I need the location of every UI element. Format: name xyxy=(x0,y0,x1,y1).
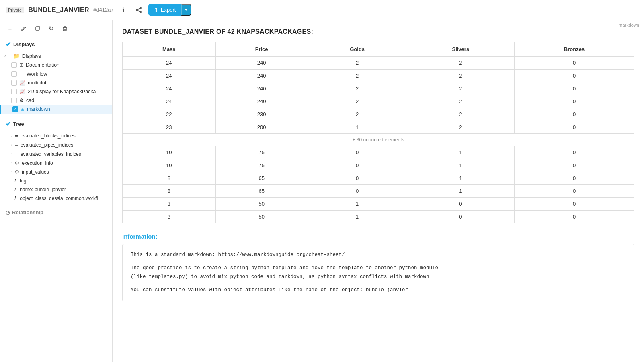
documentation-item[interactable]: ⊞ Documentation xyxy=(0,61,112,70)
svg-rect-6 xyxy=(63,27,66,31)
tree-evaluated-pipes[interactable]: › ≡ evaluated_pipes_indices xyxy=(0,140,112,149)
table-row: 350100 xyxy=(123,211,634,223)
workflow-icon: ⛶ xyxy=(19,71,24,77)
table-row: 865010 xyxy=(123,185,634,198)
add-button[interactable]: + xyxy=(5,23,15,34)
cad-icon: ⚙ xyxy=(19,98,24,103)
col-silvers: Silvers xyxy=(407,42,514,57)
execution-info-arrow[interactable]: › xyxy=(11,161,12,166)
table-row: 350100 xyxy=(123,198,634,211)
col-price: Price xyxy=(215,42,308,57)
tree-object-class[interactable]: I object_class: dessia_common.workfl xyxy=(0,194,112,203)
tree-evaluated-variables[interactable]: › ≡ evaluated_variables_indices xyxy=(0,149,112,159)
cad-checkbox[interactable] xyxy=(11,98,17,103)
table-row: 24240220 xyxy=(123,57,634,70)
evaluated-variables-arrow[interactable]: › xyxy=(11,152,12,156)
displays-section-header[interactable]: ✔ Displays xyxy=(0,37,112,51)
table-row: 24240220 xyxy=(123,95,634,108)
doc-icon: ⊞ xyxy=(19,62,23,68)
displays-folder-item[interactable]: ∨ − 📁 Displays xyxy=(0,51,112,61)
evaluated-pipes-label: evaluated_pipes_indices xyxy=(21,142,73,148)
export-button[interactable]: ⬆ Export xyxy=(148,4,182,15)
multiplot-label: multiplot xyxy=(28,80,47,86)
info-line-2: The good practice is to create a string … xyxy=(131,264,626,281)
export-icon: ⬆ xyxy=(154,7,158,13)
relationship-expand-icon: ◔ xyxy=(6,210,10,215)
table-row: 1075010 xyxy=(123,159,634,172)
evaluated-blocks-arrow[interactable]: › xyxy=(11,133,12,138)
log-label: log: xyxy=(20,178,27,184)
private-badge: Private xyxy=(6,7,24,13)
tree-evaluated-blocks[interactable]: › ≡ evaluated_blocks_indices xyxy=(0,131,112,140)
input-values-icon: ⚙ xyxy=(15,169,19,175)
cad-label: cad xyxy=(26,98,34,103)
svg-point-0 xyxy=(140,7,141,8)
input-values-arrow[interactable]: › xyxy=(11,170,12,174)
export-dropdown-button[interactable]: ▾ xyxy=(181,4,191,16)
info-button[interactable]: ℹ xyxy=(118,4,129,16)
displays-collapse-arrow[interactable]: ∨ xyxy=(3,54,6,58)
documentation-checkbox[interactable] xyxy=(11,62,17,68)
object-class-label: object_class: dessia_common.workfl xyxy=(20,196,98,201)
multiplot-checkbox[interactable] xyxy=(11,80,17,86)
col-bronzes: Bronzes xyxy=(515,42,634,57)
info-line-1: This is a standard markdown: https://www… xyxy=(131,251,626,259)
duplicate-button[interactable] xyxy=(32,23,43,34)
evaluated-variables-icon: ≡ xyxy=(15,151,18,157)
unprinted-row: + 30 unprinted elements xyxy=(123,134,634,146)
col-golds: Golds xyxy=(308,42,407,57)
execution-info-icon: ⚙ xyxy=(15,160,19,166)
delete-button[interactable] xyxy=(59,23,70,34)
multiplot-item[interactable]: 📈 multiplot xyxy=(0,78,112,87)
markdown-item[interactable]: ✓ ⊞ markdown xyxy=(0,105,112,114)
2d-display-item[interactable]: 📈 2D display for KnapsackPacka xyxy=(0,87,112,96)
info-heading: Information: xyxy=(122,233,634,240)
markdown-label: markdown xyxy=(27,106,50,112)
col-mass: Mass xyxy=(123,42,216,57)
2d-display-label: 2D display for KnapsackPacka xyxy=(28,89,96,94)
refresh-button[interactable]: ↻ xyxy=(46,23,56,34)
info-line-3: You can substitute values with object at… xyxy=(131,286,626,295)
name-label: name: bundle_janvier xyxy=(20,187,66,192)
cad-item[interactable]: ⚙ cad xyxy=(0,96,112,105)
tree-log[interactable]: I log: xyxy=(0,176,112,185)
tree-section-label: Tree xyxy=(13,121,24,127)
displays-check-icon: ✔ xyxy=(6,41,11,48)
evaluated-variables-label: evaluated_variables_indices xyxy=(21,151,81,157)
svg-point-2 xyxy=(140,11,141,12)
markdown-badge: markdown xyxy=(619,22,639,27)
displays-section-label: Displays xyxy=(13,41,35,47)
table-row: 24240220 xyxy=(123,70,634,82)
tree-execution-info[interactable]: › ⚙ execution_info xyxy=(0,159,112,168)
svg-line-3 xyxy=(137,8,140,9)
tree-name[interactable]: I name: bundle_janvier xyxy=(0,185,112,194)
evaluated-blocks-icon: ≡ xyxy=(15,133,18,139)
svg-point-1 xyxy=(136,9,137,10)
folder-icon: 📁 xyxy=(13,53,20,59)
tree-section-header[interactable]: ✔ Tree xyxy=(0,117,112,131)
data-table: Mass Price Golds Silvers Bronzes 2424022… xyxy=(122,42,634,223)
edit-button[interactable] xyxy=(18,23,29,34)
evaluated-pipes-arrow[interactable]: › xyxy=(11,143,12,147)
2d-display-checkbox[interactable] xyxy=(11,89,17,94)
dataset-heading: DATASET BUNDLE_JANVIER OF 42 KNAPSACKPAC… xyxy=(122,28,634,35)
workflow-item[interactable]: ⛶ Workflow xyxy=(0,70,112,78)
workflow-label: Workflow xyxy=(27,71,47,77)
2d-display-icon: 📈 xyxy=(19,89,25,94)
info-text: This is a standard markdown: https://www… xyxy=(131,251,626,295)
svg-rect-5 xyxy=(36,27,39,30)
displays-minus-icon[interactable]: − xyxy=(8,54,11,58)
markdown-checkbox[interactable]: ✓ xyxy=(12,106,18,112)
evaluated-blocks-label: evaluated_blocks_indices xyxy=(21,133,76,139)
tree-input-values[interactable]: › ⚙ input_values xyxy=(0,168,112,176)
log-icon: I xyxy=(14,178,16,184)
table-row: 23200120 xyxy=(123,121,634,134)
workflow-checkbox[interactable] xyxy=(11,71,17,77)
sidebar-toolbar: + ↻ xyxy=(0,20,112,37)
share-button[interactable] xyxy=(133,4,144,16)
markdown-icon: ⊞ xyxy=(21,106,25,112)
relationship-section-label: Relationship xyxy=(12,209,43,215)
tree-check-icon: ✔ xyxy=(6,120,11,128)
relationship-section-header[interactable]: ◔ Relationship xyxy=(0,206,112,219)
export-label: Export xyxy=(161,7,176,13)
